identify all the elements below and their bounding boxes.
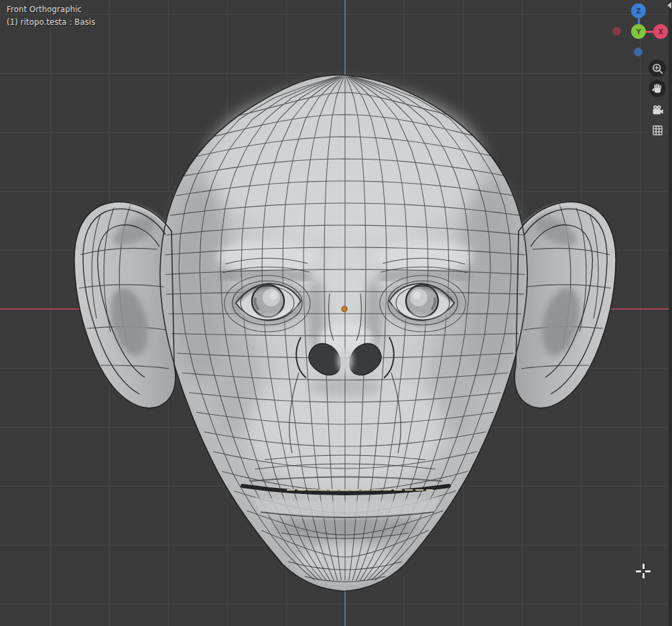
view-mode-label: Front Orthographic xyxy=(7,5,82,14)
object-origin-dot xyxy=(342,306,347,312)
3d-viewport[interactable]: Front Orthographic (1) ritopo.testa : Ba… xyxy=(0,0,672,626)
collapse-chevron-icon[interactable] xyxy=(667,2,671,9)
zoom-button[interactable] xyxy=(649,60,666,77)
mesh-render-monkey-head xyxy=(0,0,672,626)
pan-hand-icon xyxy=(651,82,663,95)
gizmo-x-ball[interactable]: X xyxy=(653,24,668,39)
zoom-icon xyxy=(651,62,664,75)
active-object-label: (1) ritopo.testa : Basis xyxy=(7,17,95,27)
gizmo-z-ball[interactable]: Z xyxy=(631,3,646,18)
camera-view-icon xyxy=(651,104,664,117)
gizmo-z-label: Z xyxy=(636,7,641,15)
region-edge xyxy=(669,0,672,626)
crosshair-cursor xyxy=(636,564,651,578)
camera-view-button[interactable] xyxy=(649,101,666,119)
grid-toggle-button[interactable] xyxy=(649,121,666,139)
pan-button[interactable] xyxy=(649,80,666,97)
grid-toggle-icon xyxy=(651,124,664,137)
gizmo-neg-x-ball[interactable] xyxy=(612,27,621,36)
gizmo-y-ball[interactable]: Y xyxy=(631,24,646,39)
gizmo-neg-z-ball[interactable] xyxy=(634,48,643,56)
gizmo-x-label: X xyxy=(658,28,663,36)
gizmo-y-label: Y xyxy=(636,28,641,36)
